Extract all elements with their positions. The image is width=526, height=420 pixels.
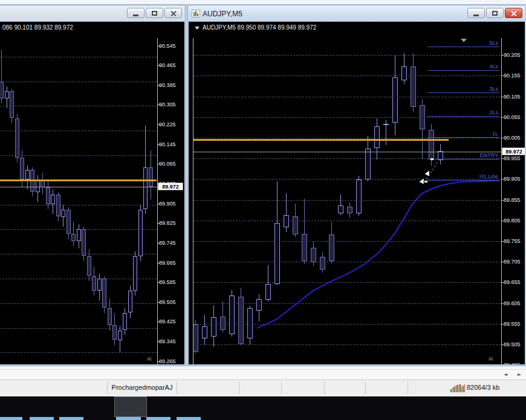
grid-line xyxy=(0,205,157,205)
candle-body xyxy=(10,91,14,118)
price-axis-label: 90.465 xyxy=(159,62,176,68)
candle xyxy=(46,180,50,209)
round-number-line xyxy=(0,179,157,181)
traffic-bar xyxy=(456,385,458,392)
left-window-titlebar[interactable] xyxy=(0,6,184,22)
maximize-icon xyxy=(492,11,498,16)
candle-body xyxy=(97,279,102,291)
running-app-indicator xyxy=(0,417,22,420)
candle xyxy=(10,89,14,123)
candle xyxy=(128,286,132,318)
price-axis-label: 90.145 xyxy=(159,141,176,147)
candle-body xyxy=(51,195,55,204)
right-chart-window: AUDJPY,M5 AUDJPY,M5 89.950 89.974 89.949… xyxy=(187,5,526,366)
entry-annotation-line xyxy=(193,38,501,364)
divider xyxy=(281,382,282,394)
left-chart-area[interactable]: 086 90.101 89.932 89.972 90.54590.46590.… xyxy=(0,22,184,364)
candle-body xyxy=(92,276,96,291)
price-axis-label: 89.655 xyxy=(504,279,521,285)
candle-body xyxy=(71,234,76,241)
candle xyxy=(41,173,45,195)
candle xyxy=(61,205,65,227)
ea-logo-icon: ☠ xyxy=(488,355,494,363)
candle-body xyxy=(20,158,24,179)
taskbar: GALANT ✂ xyxy=(0,396,526,420)
candle xyxy=(118,326,122,352)
price-axis-label: 90.065 xyxy=(159,161,176,167)
price-axis-label: 89.505 xyxy=(159,299,176,305)
price-axis-label: 89.555 xyxy=(504,321,521,327)
axis-separator xyxy=(157,38,158,364)
selection-handle xyxy=(430,158,433,160)
candle-body xyxy=(67,210,71,234)
candle xyxy=(102,276,106,313)
minimize-button[interactable] xyxy=(467,8,485,18)
price-axis-label: 89.605 xyxy=(504,300,521,306)
candle xyxy=(108,299,112,331)
candle-body xyxy=(0,82,4,99)
current-price-badge: 89.972 xyxy=(502,147,525,155)
maximize-icon xyxy=(152,11,157,16)
selection-handle xyxy=(424,181,427,183)
price-axis-label: 89.455 xyxy=(504,362,521,364)
candle xyxy=(71,222,76,246)
grid-line xyxy=(0,352,157,353)
grid-line xyxy=(0,303,157,304)
ohlc-readout: 086 90.101 89.932 89.972 xyxy=(2,24,73,31)
candle-body xyxy=(143,167,148,209)
tab-scroll-right-icon[interactable]: ► xyxy=(518,372,521,377)
grid-line xyxy=(0,106,157,106)
window-title: AUDJPY,M5 xyxy=(203,10,242,18)
traffic-bar xyxy=(463,386,464,392)
minimize-button[interactable] xyxy=(127,8,144,18)
candle xyxy=(15,114,19,163)
price-axis-label: 89.955 xyxy=(504,155,521,161)
running-app-indicator xyxy=(146,417,170,420)
price-axis-label: 90.205 xyxy=(504,52,521,58)
candle-body xyxy=(82,229,86,256)
candle xyxy=(5,86,9,108)
current-price-badge: 89.972 xyxy=(158,183,183,190)
maximize-button[interactable] xyxy=(146,8,163,18)
candle-body xyxy=(102,279,106,308)
candle-body xyxy=(25,170,30,179)
price-axis-label: 89.905 xyxy=(159,201,176,207)
close-button[interactable] xyxy=(505,8,522,18)
chart-info-line: 086 90.101 89.932 89.972 xyxy=(2,24,73,31)
traffic-bar xyxy=(458,384,459,392)
price-axis-label: 89.585 xyxy=(159,279,176,285)
traffic-bar xyxy=(452,388,453,392)
maximize-button[interactable] xyxy=(486,8,504,18)
candle xyxy=(92,267,96,296)
traffic-histogram-icon xyxy=(450,384,465,392)
price-axis-label: 89.665 xyxy=(159,260,176,266)
close-button[interactable] xyxy=(164,8,182,18)
candle-body xyxy=(36,180,40,192)
candle-body xyxy=(118,331,122,340)
left-chart-window: 086 90.101 89.932 89.972 90.54590.46590.… xyxy=(0,5,186,366)
minimize-icon xyxy=(473,15,479,16)
candle-body xyxy=(87,256,91,276)
traffic-bar xyxy=(450,389,452,392)
traffic-bar xyxy=(464,384,466,392)
tab-scroll-left-icon[interactable]: ◄ xyxy=(504,372,507,377)
candle xyxy=(133,251,137,296)
right-window-titlebar[interactable]: AUDJPY,M5 xyxy=(189,6,525,22)
candle-body xyxy=(46,187,50,204)
minimize-icon xyxy=(133,15,138,16)
price-axis-label: 90.545 xyxy=(159,43,176,49)
price-axis-label: 90.105 xyxy=(504,94,521,100)
price-axis-label: 89.755 xyxy=(504,238,521,244)
candle xyxy=(112,313,117,345)
candle xyxy=(25,165,30,189)
candle xyxy=(123,308,127,335)
price-axis-label: 90.155 xyxy=(504,73,521,79)
divider xyxy=(239,382,239,394)
chart-shift-marker-icon xyxy=(461,39,467,42)
chart-info-line[interactable]: AUDJPY,M5 89.950 89.974 89.949 89.972 xyxy=(195,24,316,31)
right-chart-area[interactable]: AUDJPY,M5 89.950 89.974 89.949 89.972 5L… xyxy=(189,22,525,364)
candle xyxy=(82,227,86,261)
traffic-bar xyxy=(453,387,455,392)
bid-price-line xyxy=(0,187,157,187)
candle xyxy=(97,274,102,300)
